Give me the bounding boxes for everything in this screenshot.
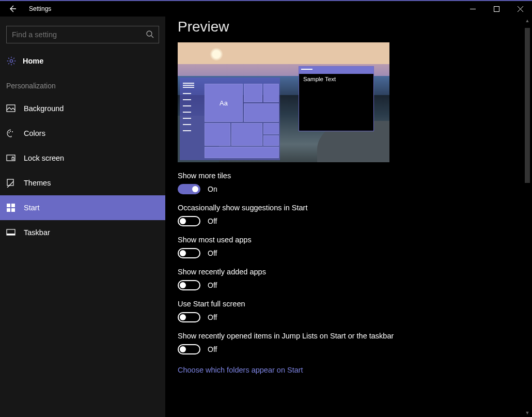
svg-rect-10 xyxy=(7,204,10,207)
toggle-state: Off xyxy=(208,313,217,321)
back-button[interactable] xyxy=(0,1,25,17)
sidebar-item-taskbar[interactable]: Taskbar xyxy=(0,220,165,245)
start-menu-preview: Aa xyxy=(180,78,280,160)
svg-rect-3 xyxy=(7,105,15,112)
sidebar-item-label: Colors xyxy=(24,129,45,137)
scroll-thumb[interactable] xyxy=(525,28,530,183)
toggle-state: Off xyxy=(208,217,217,225)
setting-label: Use Start full screen xyxy=(178,300,519,308)
toggle-most-used[interactable] xyxy=(178,248,200,258)
svg-point-6 xyxy=(12,131,13,132)
svg-point-1 xyxy=(147,31,152,36)
content-area: Preview Aa xyxy=(165,17,532,417)
sidebar-item-lockscreen[interactable]: Lock screen xyxy=(0,146,165,171)
preview-tile-aa: Aa xyxy=(205,84,243,122)
themes-icon xyxy=(6,178,15,188)
gear-icon xyxy=(6,56,17,66)
sidebar: Home Personalization Background Colors L… xyxy=(0,17,165,417)
lockscreen-icon xyxy=(6,153,15,163)
svg-rect-15 xyxy=(7,234,15,235)
sidebar-item-label: Background xyxy=(24,104,64,113)
sample-window-preview: Sample Text xyxy=(299,66,374,131)
maximize-button[interactable] xyxy=(484,1,508,17)
close-icon xyxy=(518,6,523,12)
home-label: Home xyxy=(23,57,43,65)
toggle-full-screen[interactable] xyxy=(178,312,200,322)
sidebar-item-background[interactable]: Background xyxy=(0,96,165,121)
toggle-suggestions[interactable] xyxy=(178,216,200,226)
sidebar-item-colors[interactable]: Colors xyxy=(0,121,165,146)
svg-point-2 xyxy=(10,59,12,62)
sidebar-item-label: Taskbar xyxy=(24,228,50,237)
toggle-recently-added[interactable] xyxy=(178,280,200,290)
svg-rect-0 xyxy=(494,6,499,11)
maximize-icon xyxy=(494,6,499,12)
svg-rect-13 xyxy=(11,208,15,212)
preview-heading: Preview xyxy=(178,19,519,35)
toggle-show-more-tiles[interactable] xyxy=(178,184,200,194)
scroll-up-icon[interactable]: ▲ xyxy=(524,17,531,25)
setting-label: Show recently added apps xyxy=(178,268,519,276)
category-label: Personalization xyxy=(0,70,165,96)
titlebar: Settings xyxy=(0,0,532,17)
search-input[interactable] xyxy=(6,26,159,43)
sidebar-item-label: Lock screen xyxy=(24,154,64,162)
scroll-down-icon[interactable]: ▼ xyxy=(524,409,531,417)
choose-folders-link[interactable]: Choose which folders appear on Start xyxy=(178,366,519,374)
taskbar-icon xyxy=(6,228,15,237)
svg-point-4 xyxy=(9,132,10,133)
setting-label: Occasionally show suggestions in Start xyxy=(178,204,519,212)
setting-label: Show more tiles xyxy=(178,172,519,180)
minimize-icon xyxy=(470,6,476,12)
svg-point-5 xyxy=(10,131,11,132)
search-icon xyxy=(146,30,154,38)
preview-image: Aa Sample Text xyxy=(178,42,389,162)
minimize-button[interactable] xyxy=(461,1,484,17)
svg-rect-12 xyxy=(7,208,10,212)
toggle-state: On xyxy=(208,185,217,193)
svg-rect-8 xyxy=(12,158,14,160)
svg-rect-11 xyxy=(11,204,15,207)
window-title: Settings xyxy=(25,5,51,12)
sidebar-item-label: Themes xyxy=(24,179,51,187)
toggle-state: Off xyxy=(208,345,217,353)
start-icon xyxy=(6,203,15,212)
palette-icon xyxy=(6,129,15,138)
sample-window-text: Sample Text xyxy=(299,75,373,83)
toggle-state: Off xyxy=(208,281,217,289)
sidebar-item-start[interactable]: Start xyxy=(0,195,165,220)
arrow-left-icon xyxy=(8,5,17,13)
toggle-state: Off xyxy=(208,249,217,257)
sidebar-item-themes[interactable]: Themes xyxy=(0,171,165,195)
toggle-jump-lists[interactable] xyxy=(178,344,200,354)
sidebar-item-label: Start xyxy=(24,204,40,212)
picture-icon xyxy=(6,104,15,113)
setting-label: Show recently opened items in Jump Lists… xyxy=(178,332,519,340)
close-button[interactable] xyxy=(508,1,532,17)
scrollbar[interactable]: ▲ ▼ xyxy=(524,17,531,417)
setting-label: Show most used apps xyxy=(178,236,519,244)
home-link[interactable]: Home xyxy=(0,52,165,70)
